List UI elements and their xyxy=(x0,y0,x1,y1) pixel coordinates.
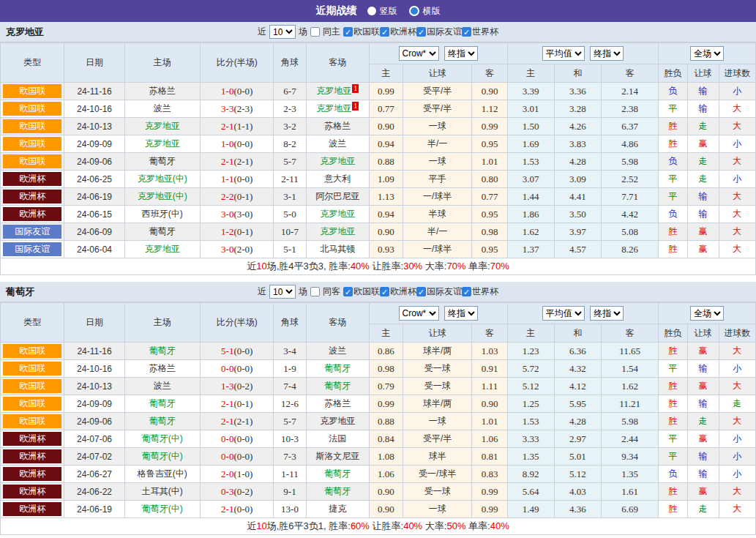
checkbox-checked-icon[interactable] xyxy=(343,287,353,296)
result-winlose: 胜 xyxy=(659,378,687,395)
corner-cell: 7-3 xyxy=(274,448,306,466)
result-handicap: 赢 xyxy=(687,378,719,395)
halftime-score: (0-0) xyxy=(233,433,252,444)
league-filter[interactable]: 欧洲杯 xyxy=(380,26,416,38)
same-venue-checkbox[interactable] xyxy=(310,287,320,296)
home-team-name: 波兰 xyxy=(154,103,171,113)
avg-select[interactable]: 平均值 xyxy=(542,306,585,321)
table-row: 欧国联 24-10-13 克罗地亚 2-1(1-1) 3-2 苏格兰 0.90 … xyxy=(1,118,756,135)
fulltime-score: 1-2 xyxy=(221,226,233,237)
radio-selected-icon[interactable] xyxy=(409,6,419,16)
result-handicap: 赢 xyxy=(687,343,719,360)
checkbox-checked-icon[interactable] xyxy=(343,27,353,37)
avg-time-select[interactable]: 终指 xyxy=(590,306,624,321)
result-goals-value: 大 xyxy=(733,103,741,113)
result-goals: 大 xyxy=(719,483,755,501)
avg-home-cell: 1.50 xyxy=(507,118,554,135)
summary-segment: 40% xyxy=(403,520,422,531)
fulltime-score: 0-3 xyxy=(221,486,233,497)
result-handicap: 赢 xyxy=(687,135,719,153)
result-group-header: 全场 xyxy=(659,43,756,64)
result-goals: 大 xyxy=(719,343,755,360)
radio-unselected-icon[interactable] xyxy=(367,7,376,15)
home-team-name: 葡萄牙 xyxy=(149,156,176,166)
avg-away-cell: 5.98 xyxy=(602,413,659,430)
checkbox-checked-icon[interactable] xyxy=(462,287,471,296)
home-team-name: 波兰 xyxy=(154,381,171,391)
near-label: 近 xyxy=(258,26,266,38)
league-cell: 欧洲杯 xyxy=(1,483,64,501)
home-team-name: 克罗地亚 xyxy=(145,121,180,131)
odds-time-select[interactable]: 终指 xyxy=(444,306,478,321)
col-away: 客场 xyxy=(306,303,369,343)
away-team: 苏格兰 xyxy=(306,118,369,135)
avg-away-cell: 5.98 xyxy=(602,153,659,171)
avg-home-cell: 1.53 xyxy=(507,413,554,430)
checkbox-checked-icon[interactable] xyxy=(380,27,389,37)
league-filter[interactable]: 欧国联 xyxy=(343,285,380,298)
league-filter[interactable]: 欧国联 xyxy=(343,26,380,38)
halftime-score: (2-0) xyxy=(233,244,252,255)
checkbox-checked-icon[interactable] xyxy=(416,287,426,296)
table-row: 欧洲杯 24-06-27 格鲁吉亚(中) 2-0(1-0) 1-11 葡萄牙 1… xyxy=(1,466,756,483)
col-avg-away: 客 xyxy=(602,64,659,83)
fulltime-select[interactable]: 全场 xyxy=(690,46,724,61)
table-row: 欧国联 24-09-06 葡萄牙 2-1(2-1) 5-7 克罗地亚 0.88 … xyxy=(1,413,756,430)
radio-horizontal[interactable]: 横版 xyxy=(409,5,441,18)
match-date: 24-09-06 xyxy=(64,413,124,430)
summary-segment: 40% xyxy=(490,520,509,531)
corner-cell: 3-2 xyxy=(274,118,306,135)
match-date: 24-06-09 xyxy=(64,223,124,241)
col-avg-home: 主 xyxy=(507,324,554,343)
away-team: 捷克 xyxy=(306,501,369,518)
halftime-score: (0-0) xyxy=(233,173,252,184)
odds-home-cell: 0.98 xyxy=(369,360,403,378)
result-handicap: 输 xyxy=(687,83,719,100)
fulltime-select[interactable]: 全场 xyxy=(690,306,724,321)
odds-company-select[interactable]: Crow* xyxy=(399,306,439,321)
league-cell: 欧国联 xyxy=(1,83,64,100)
summary-segment: 10 xyxy=(256,261,266,272)
away-team-name: 北马其顿 xyxy=(320,244,355,254)
league-filter[interactable]: 欧洲杯 xyxy=(380,285,416,298)
avg-draw-cell: 3.09 xyxy=(554,171,601,188)
league-filter[interactable]: 世界杯 xyxy=(462,26,498,38)
league-filter[interactable]: 国际友谊 xyxy=(416,285,462,298)
checkbox-checked-icon[interactable] xyxy=(380,287,389,296)
filter-bar: 近 10 场 同主 欧国联欧洲杯国际友谊世界杯 xyxy=(258,25,498,39)
match-count-select[interactable]: 10 xyxy=(269,285,296,299)
odds-handicap-cell: 球半 xyxy=(403,448,472,466)
league-badge: 欧洲杯 xyxy=(3,485,61,498)
table-row: 欧国联 24-10-13 波兰 1-3(0-2) 7-4 葡萄牙 0.79 受一… xyxy=(1,378,756,395)
avg-home-cell: 1.69 xyxy=(507,135,554,153)
league-badge: 欧洲杯 xyxy=(3,467,61,481)
odds-away-cell: 0.98 xyxy=(472,223,507,241)
avg-draw-cell: 4.57 xyxy=(554,241,601,258)
away-team: 阿尔巴尼亚 xyxy=(306,188,369,206)
result-goals: 大 xyxy=(719,100,755,118)
result-winlose: 负 xyxy=(659,83,687,100)
odds-company-select[interactable]: Crow* xyxy=(399,46,439,61)
avg-select[interactable]: 平均值 xyxy=(542,46,585,61)
checkbox-checked-icon[interactable] xyxy=(462,27,471,37)
league-filter[interactable]: 世界杯 xyxy=(462,285,498,298)
avg-away-cell: 11.21 xyxy=(602,395,659,413)
fulltime-score: 1-1 xyxy=(221,173,233,184)
checkbox-checked-icon[interactable] xyxy=(416,27,426,37)
avg-home-cell: 3.33 xyxy=(507,430,554,448)
same-venue-checkbox[interactable] xyxy=(310,27,320,37)
odds-time-select[interactable]: 终指 xyxy=(444,46,478,61)
fulltime-score: 3-0 xyxy=(221,244,233,255)
radio-vertical[interactable]: 竖版 xyxy=(367,5,397,18)
avg-away-cell: 11.65 xyxy=(602,343,659,360)
match-count-select[interactable]: 10 xyxy=(269,25,296,39)
odds-home-cell: 1.08 xyxy=(369,448,403,466)
avg-time-select[interactable]: 终指 xyxy=(590,46,624,61)
league-badge: 欧洲杯 xyxy=(3,190,61,203)
score-cell: 1-3(0-2) xyxy=(201,378,274,395)
score-cell: 2-1(0-0) xyxy=(201,501,274,518)
league-filter[interactable]: 国际友谊 xyxy=(416,26,462,38)
near-label: 近 xyxy=(258,285,266,298)
summary-segment: 让胜率: xyxy=(370,520,403,531)
avg-draw-cell: 4.36 xyxy=(554,501,601,518)
